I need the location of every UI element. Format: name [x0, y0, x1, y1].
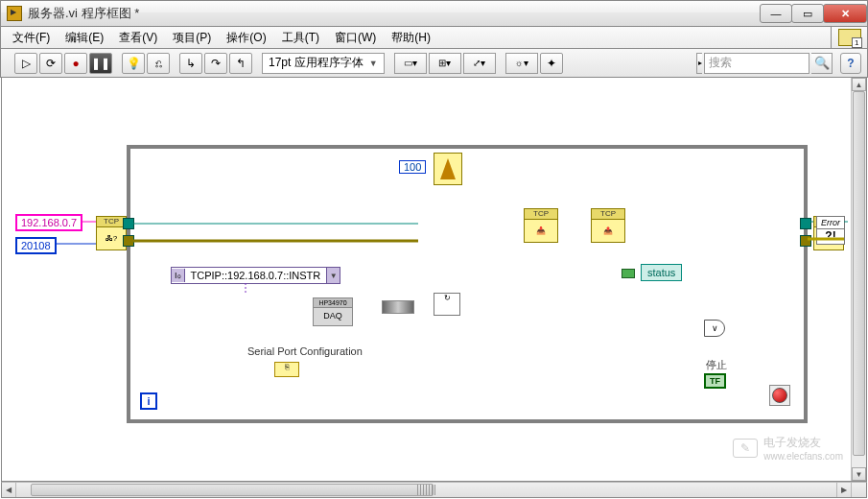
- scroll-left-arrow-icon[interactable]: ◀: [2, 483, 16, 497]
- canvas-frame: 192.168.0.7 20108 TCP 🖧? 100: [2, 78, 851, 481]
- window-title: 服务器.vi 程序框图 *: [28, 5, 761, 22]
- scroll-right-arrow-icon[interactable]: ▶: [836, 483, 851, 497]
- block-diagram-canvas[interactable]: 192.168.0.7 20108 TCP 🖧? 100: [2, 78, 851, 481]
- align-button[interactable]: ▭▾: [394, 53, 427, 74]
- scroll-down-arrow-icon[interactable]: ▼: [852, 467, 866, 481]
- loop-tunnel-refnum-out[interactable]: [800, 218, 811, 229]
- watermark: ✎ 电子发烧友 www.elecfans.com: [733, 435, 843, 462]
- status-bool-node[interactable]: [622, 269, 635, 278]
- port-numeric-constant[interactable]: 20108: [15, 237, 57, 254]
- tcp-write-node[interactable]: TCP 📤: [591, 208, 625, 243]
- run-continuous-button[interactable]: ⟳: [39, 53, 62, 74]
- stop-terminal[interactable]: TF: [704, 373, 726, 389]
- hscroll-thumb[interactable]: [31, 484, 434, 496]
- context-help-button[interactable]: ?: [840, 53, 861, 74]
- hscroll-track[interactable]: [31, 483, 822, 497]
- step-into-button[interactable]: ↳: [179, 53, 202, 74]
- tcp-write-icon: 📤: [592, 220, 624, 243]
- caret-down-icon: ▼: [369, 59, 378, 68]
- tcp-listen-icon: 🖧?: [97, 227, 126, 250]
- error-icon: ?!: [817, 229, 844, 243]
- window-titlebar: 服务器.vi 程序框图 * — ▭ ✕: [0, 0, 868, 27]
- app-icon: [7, 6, 22, 21]
- pause-button[interactable]: ❚❚: [89, 53, 112, 74]
- menubar-row: 文件(F) 编辑(E) 查看(V) 项目(P) 操作(O) 工具(T) 窗口(W…: [0, 27, 868, 49]
- watermark-url: www.elecfans.com: [763, 451, 843, 462]
- vscroll-thumb[interactable]: [853, 91, 865, 456]
- search-placeholder: 搜索: [709, 55, 732, 71]
- abort-button[interactable]: ●: [64, 53, 87, 74]
- format-node[interactable]: [382, 300, 414, 314]
- visa-io-label: I₀: [172, 269, 185, 282]
- search-input[interactable]: 搜索: [704, 53, 809, 74]
- menu-window[interactable]: 窗口(W): [329, 28, 382, 48]
- menu-project[interactable]: 项目(P): [167, 28, 217, 48]
- minimize-button[interactable]: —: [760, 4, 792, 23]
- menu-tools[interactable]: 工具(T): [276, 28, 325, 48]
- maximize-button[interactable]: ▭: [791, 4, 824, 23]
- connector-pane[interactable]: 1: [831, 27, 867, 48]
- simple-error-handler[interactable]: Error ?!: [816, 216, 845, 245]
- resize-button[interactable]: ⤢▾: [463, 53, 496, 74]
- status-indicator[interactable]: status: [641, 264, 682, 281]
- loop-tunnel-error-out[interactable]: [800, 235, 811, 247]
- scrollbar-corner: [851, 483, 866, 497]
- tcp-label: TCP: [97, 217, 126, 227]
- vi-icon: 1: [838, 29, 861, 46]
- error-label: Error: [817, 217, 844, 229]
- stop-label: 停止: [706, 358, 727, 372]
- reorder-button[interactable]: ☼▾: [505, 53, 538, 74]
- ip-string-constant[interactable]: 192.168.0.7: [15, 214, 82, 231]
- or-gate[interactable]: ∨: [704, 320, 725, 337]
- close-button[interactable]: ✕: [823, 4, 867, 23]
- vertical-scrollbar[interactable]: ▲ ▼: [851, 78, 866, 481]
- visa-resource-text: TCPIP::192.168.0.7::INSTR: [185, 268, 327, 283]
- loop-tunnel-refnum-in[interactable]: [123, 218, 134, 229]
- loop-condition[interactable]: [769, 385, 790, 406]
- watermark-text: 电子发烧友: [763, 435, 843, 451]
- daq-top-label: HP34970: [314, 298, 352, 308]
- wait-ms-node[interactable]: [434, 153, 462, 185]
- hscroll-grip-icon: [417, 485, 436, 495]
- menu-edit[interactable]: 编辑(E): [59, 28, 109, 48]
- scroll-up-arrow-icon[interactable]: ▲: [852, 78, 866, 91]
- tcp-read-icon: 📥: [525, 220, 557, 243]
- work-area: 192.168.0.7 20108 TCP 🖧? 100: [1, 78, 867, 482]
- font-selector-label: 17pt 应用程序字体: [269, 55, 364, 71]
- distribute-button[interactable]: ⊞▾: [429, 53, 461, 74]
- menu-view[interactable]: 查看(V): [113, 28, 163, 48]
- window-controls: — ▭ ✕: [761, 4, 867, 23]
- while-loop[interactable]: 100 TCP 📥 TCP 📤 I₀ TCPIP::192.168.0.7::I…: [127, 145, 808, 423]
- cleanup-button[interactable]: ✦: [540, 53, 563, 74]
- search-icon[interactable]: 🔍: [811, 53, 833, 74]
- search-caret[interactable]: ▸: [696, 53, 702, 74]
- menu-operate[interactable]: 操作(O): [221, 28, 271, 48]
- highlight-execution-button[interactable]: 💡: [122, 53, 145, 74]
- serial-config-label: Serial Port Configuration: [247, 345, 363, 357]
- daq-subvi[interactable]: HP34970 DAQ: [313, 297, 353, 326]
- font-selector[interactable]: 17pt 应用程序字体 ▼: [262, 53, 385, 74]
- daq-label: DAQ: [314, 308, 352, 321]
- menu-help[interactable]: 帮助(H): [386, 28, 436, 48]
- vi-badge: 1: [852, 37, 861, 48]
- step-out-button[interactable]: ↰: [229, 53, 252, 74]
- loop-iteration-terminal[interactable]: i: [140, 392, 157, 410]
- loop-tunnel-error-in[interactable]: [123, 235, 134, 247]
- toolbar: ▷ ⟳ ● ❚❚ 💡 ⎌ ↳ ↷ ↰ 17pt 应用程序字体 ▼ ▭▾ ⊞▾ ⤢…: [0, 49, 868, 78]
- visa-dropdown-icon[interactable]: ▼: [326, 268, 340, 283]
- horizontal-scrollbar[interactable]: ◀ ▶: [1, 482, 867, 498]
- wait-ms-constant[interactable]: 100: [399, 160, 426, 174]
- menubar: 文件(F) 编辑(E) 查看(V) 项目(P) 操作(O) 工具(T) 窗口(W…: [1, 27, 831, 48]
- stop-icon: [772, 388, 787, 403]
- step-over-button[interactable]: ↷: [204, 53, 227, 74]
- svg-rect-4: [130, 239, 418, 243]
- run-button[interactable]: ▷: [14, 53, 37, 74]
- retain-wire-button[interactable]: ⎌: [147, 53, 170, 74]
- watermark-logo-icon: ✎: [733, 439, 758, 458]
- visa-resource-constant[interactable]: I₀ TCPIP::192.168.0.7::INSTR ▼: [171, 267, 340, 284]
- serial-config-terminal[interactable]: ⎘: [274, 362, 299, 377]
- menu-file[interactable]: 文件(F): [7, 28, 56, 48]
- string-node[interactable]: ↻: [434, 293, 460, 316]
- tcp-read-node[interactable]: TCP 📥: [524, 208, 558, 243]
